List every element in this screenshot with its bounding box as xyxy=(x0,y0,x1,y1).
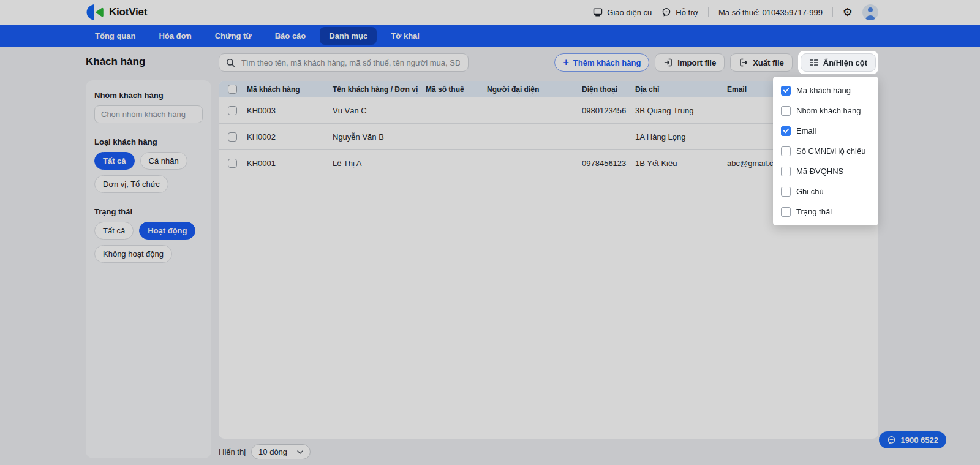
old-ui-label: Giao diện cũ xyxy=(607,8,652,17)
table-footer: Hiển thị 10 dòng xyxy=(219,444,878,459)
import-file-button[interactable]: Import file xyxy=(655,53,725,72)
col-header-name[interactable]: Tên khách hàng / Đơn vị xyxy=(331,85,424,94)
toggle-columns-button[interactable]: Ẩn/Hiện cột xyxy=(801,53,876,72)
page-body: Khách hàng Nhóm khách hàng Loại khách hà… xyxy=(0,47,980,465)
checkbox-checked[interactable] xyxy=(781,126,791,136)
import-icon xyxy=(663,58,673,67)
columns-icon xyxy=(809,58,819,67)
columns-menu-item-nhom-khach-hang[interactable]: Nhóm khách hàng xyxy=(773,100,878,121)
plus-icon: + xyxy=(563,58,568,67)
show-label: Hiển thị xyxy=(219,447,246,456)
toolbar: + Thêm khách hàng Import file xyxy=(219,53,878,72)
col-header-code[interactable]: Mã khách hàng xyxy=(246,85,331,94)
row-checkbox[interactable] xyxy=(228,132,237,142)
add-customer-button[interactable]: + Thêm khách hàng xyxy=(554,53,649,72)
cell-phone: 0980123456 xyxy=(581,106,634,115)
type-filter-label: Loại khách hàng xyxy=(94,137,203,146)
chevron-down-icon xyxy=(297,450,303,454)
nav-item-bao-cao[interactable]: Báo cáo xyxy=(266,27,315,45)
cell-address: 3B Quang Trung xyxy=(634,106,726,115)
columns-menu-item-ma-khach-hang[interactable]: Mã khách hàng xyxy=(773,80,878,100)
row-checkbox[interactable] xyxy=(228,106,237,115)
cell-address: 1B Yết Kiêu xyxy=(634,159,726,168)
kiotviet-logo-icon xyxy=(86,4,104,21)
topbar: KiotViet Giao diện cũ Hỗ trợ xyxy=(0,0,980,25)
nav-item-chung-tu[interactable]: Chứng từ xyxy=(206,27,261,45)
columns-toggle-highlight: Ẩn/Hiện cột xyxy=(798,51,878,74)
checkbox-unchecked[interactable] xyxy=(781,146,791,156)
support-phone-number: 1900 6522 xyxy=(901,436,938,445)
cell-name: Lê Thị A xyxy=(331,159,424,168)
export-file-button[interactable]: Xuất file xyxy=(730,53,793,72)
cell-name: Nguyễn Văn B xyxy=(331,132,424,142)
chat-bubble-icon xyxy=(887,436,896,445)
search-input[interactable] xyxy=(240,58,461,68)
nav-item-hoa-don[interactable]: Hóa đơn xyxy=(149,27,200,45)
check-icon xyxy=(783,127,790,134)
export-icon xyxy=(739,58,748,67)
col-header-address[interactable]: Địa chỉ xyxy=(634,85,726,94)
checkbox-unchecked[interactable] xyxy=(781,106,791,116)
page-size-select[interactable]: 10 dòng xyxy=(251,444,311,459)
cell-code: KH0002 xyxy=(246,132,331,142)
page-title: Khách hàng xyxy=(86,53,211,72)
avatar[interactable] xyxy=(862,4,878,20)
columns-menu-item-ma-dvqhns[interactable]: Mã ĐVQHNS xyxy=(773,161,878,181)
cell-code: KH0003 xyxy=(246,106,331,115)
nav-item-danh-muc[interactable]: Danh mục xyxy=(320,27,377,45)
main-navbar: Tổng quan Hóa đơn Chứng từ Báo cáo Danh … xyxy=(0,25,980,47)
old-ui-link[interactable]: Giao diện cũ xyxy=(593,7,652,17)
columns-menu: Mã khách hàng Nhóm khách hàng Email Số C… xyxy=(773,77,878,225)
check-icon xyxy=(783,87,790,94)
monitor-icon xyxy=(593,7,603,17)
checkbox-unchecked[interactable] xyxy=(781,167,791,176)
type-pill-organization[interactable]: Đơn vị, Tổ chức xyxy=(94,175,168,193)
col-header-representative[interactable]: Người đại diện xyxy=(486,85,581,94)
status-pill-inactive[interactable]: Không hoạt động xyxy=(94,245,172,263)
support-label: Hỗ trợ xyxy=(676,8,698,17)
select-all-checkbox[interactable] xyxy=(228,85,237,94)
search-icon xyxy=(226,58,235,67)
status-pill-active[interactable]: Hoạt động xyxy=(139,222,195,240)
checkbox-checked[interactable] xyxy=(781,86,791,96)
sidebar-filters: Khách hàng Nhóm khách hàng Loại khách hà… xyxy=(86,53,211,459)
brand-name: KiotViet xyxy=(109,6,147,18)
filter-panel: Nhóm khách hàng Loại khách hàng Tất cả C… xyxy=(86,80,211,458)
cell-phone: 0978456123 xyxy=(581,159,634,168)
status-pill-all[interactable]: Tất cả xyxy=(94,222,134,240)
row-checkbox[interactable] xyxy=(228,159,237,168)
cell-code: KH0001 xyxy=(246,159,331,168)
divider xyxy=(832,7,833,17)
gear-icon[interactable]: ⚙ xyxy=(843,7,853,18)
support-link[interactable]: Hỗ trợ xyxy=(662,7,698,17)
columns-menu-item-trang-thai[interactable]: Trạng thái xyxy=(773,202,878,222)
avatar-person-icon xyxy=(868,7,873,12)
type-pill-personal[interactable]: Cá nhân xyxy=(140,152,187,170)
columns-menu-item-so-cmnd[interactable]: Số CMND/Hộ chiếu xyxy=(773,141,878,161)
cell-name: Vũ Văn C xyxy=(331,106,424,115)
col-header-tax[interactable]: Mã số thuế xyxy=(424,85,486,94)
nav-item-tong-quan[interactable]: Tổng quan xyxy=(86,27,145,45)
col-header-phone[interactable]: Điện thoại xyxy=(581,85,634,94)
status-filter-label: Trạng thái xyxy=(94,207,203,216)
search-box xyxy=(219,53,469,72)
group-filter-input[interactable] xyxy=(94,105,203,123)
divider xyxy=(708,7,709,17)
columns-menu-item-ghi-chu[interactable]: Ghi chú xyxy=(773,181,878,202)
support-phone-button[interactable]: 1900 6522 xyxy=(879,431,946,448)
kiotviet-logo: KiotViet xyxy=(86,4,147,21)
chat-icon xyxy=(662,7,671,17)
checkbox-unchecked[interactable] xyxy=(781,207,791,217)
columns-menu-item-email[interactable]: Email xyxy=(773,121,878,141)
cell-address: 1A Hàng Lọng xyxy=(634,132,726,142)
checkbox-unchecked[interactable] xyxy=(781,187,791,197)
group-filter-label: Nhóm khách hàng xyxy=(94,91,203,100)
nav-item-to-khai[interactable]: Tờ khai xyxy=(382,27,429,45)
main-content: + Thêm khách hàng Import file xyxy=(219,53,878,459)
tax-code-text: Mã số thuế: 0104359717-999 xyxy=(718,8,823,17)
type-pill-all[interactable]: Tất cả xyxy=(94,152,135,170)
